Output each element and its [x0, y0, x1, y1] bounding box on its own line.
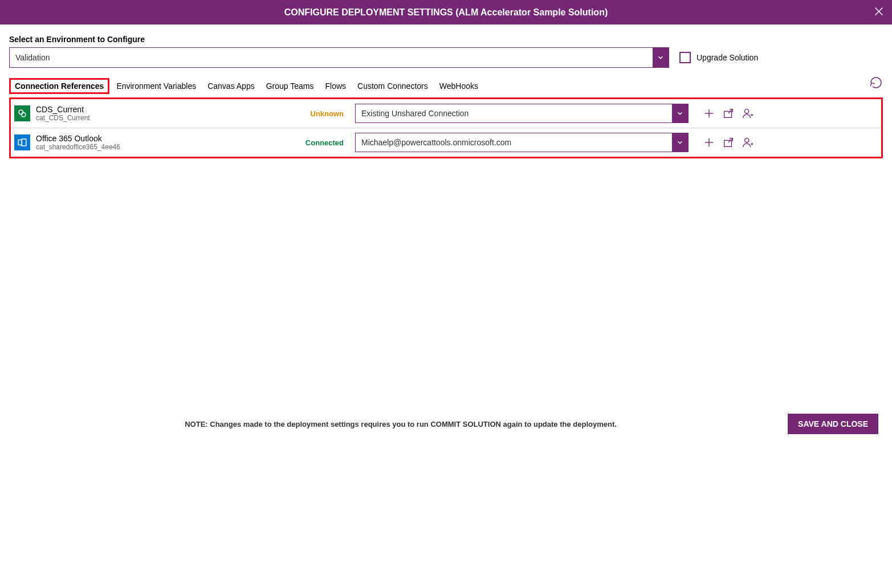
open-external-icon[interactable] — [722, 136, 735, 149]
connection-actions — [702, 136, 755, 149]
add-icon[interactable] — [702, 107, 716, 120]
tab-webhooks[interactable]: WebHooks — [435, 79, 483, 93]
chevron-down-icon[interactable] — [672, 133, 688, 152]
header-title: CONFIGURE DEPLOYMENT SETTINGS (ALM Accel… — [284, 7, 608, 18]
save-and-close-button[interactable]: SAVE AND CLOSE — [788, 414, 878, 434]
connection-status: Unknown — [287, 109, 349, 118]
svg-rect-12 — [22, 139, 26, 146]
connection-name: Office 365 Outlook — [36, 134, 281, 143]
environment-select-value: Validation — [10, 48, 653, 67]
svg-point-2 — [19, 110, 23, 115]
close-icon[interactable] — [873, 5, 885, 20]
tab-group-teams[interactable]: Group Teams — [262, 79, 319, 93]
connection-info: Office 365 Outlook cat_sharedoffice365_4… — [36, 134, 281, 151]
environment-select[interactable]: Validation — [9, 47, 669, 68]
add-user-icon[interactable] — [741, 107, 755, 120]
connection-actions — [702, 107, 755, 120]
connection-select-value: Michaelp@powercattools.onmicrosoft.com — [356, 133, 672, 152]
checkbox-icon — [679, 52, 691, 63]
footer-note: NOTE: Changes made to the deployment set… — [14, 420, 788, 428]
connection-name: CDS_Current — [36, 105, 281, 114]
connection-select-value: Existing Unshared Connection — [356, 104, 672, 122]
svg-rect-15 — [724, 140, 732, 146]
cds-icon — [14, 105, 30, 121]
environment-row: Validation Upgrade Solution — [9, 47, 883, 68]
svg-point-17 — [745, 138, 749, 142]
add-user-icon[interactable] — [741, 136, 755, 149]
outlook-icon — [14, 134, 30, 150]
tab-flows[interactable]: Flows — [320, 79, 351, 93]
svg-point-3 — [22, 113, 26, 117]
connection-row: CDS_Current cat_CDS_Current Unknown Exis… — [11, 99, 881, 128]
chevron-down-icon[interactable] — [653, 48, 669, 67]
svg-rect-11 — [18, 140, 22, 145]
tabs-row: Connection References Environment Variab… — [9, 78, 883, 94]
tab-custom-connectors[interactable]: Custom Connectors — [353, 79, 433, 93]
add-icon[interactable] — [702, 136, 716, 149]
svg-rect-6 — [724, 111, 732, 117]
open-external-icon[interactable] — [722, 107, 735, 120]
header-bar: CONFIGURE DEPLOYMENT SETTINGS (ALM Accel… — [0, 0, 892, 24]
refresh-icon[interactable] — [869, 76, 883, 92]
tab-environment-variables[interactable]: Environment Variables — [112, 79, 201, 93]
connection-select[interactable]: Michaelp@powercattools.onmicrosoft.com — [355, 133, 689, 152]
connection-subname: cat_sharedoffice365_4ee46 — [36, 143, 281, 151]
tab-connection-references[interactable]: Connection References — [9, 78, 109, 94]
svg-point-8 — [745, 109, 749, 113]
upgrade-solution-label: Upgrade Solution — [697, 53, 758, 62]
footer: NOTE: Changes made to the deployment set… — [0, 414, 892, 434]
upgrade-solution-checkbox[interactable]: Upgrade Solution — [679, 52, 758, 63]
connection-select[interactable]: Existing Unshared Connection — [355, 104, 689, 123]
environment-label: Select an Environment to Configure — [9, 35, 883, 44]
connections-container: CDS_Current cat_CDS_Current Unknown Exis… — [9, 97, 883, 158]
connection-info: CDS_Current cat_CDS_Current — [36, 105, 281, 122]
content-area: Select an Environment to Configure Valid… — [0, 24, 892, 158]
connection-status: Connected — [287, 138, 349, 147]
chevron-down-icon[interactable] — [672, 104, 688, 122]
connection-subname: cat_CDS_Current — [36, 114, 281, 122]
tab-canvas-apps[interactable]: Canvas Apps — [203, 79, 259, 93]
connection-row: Office 365 Outlook cat_sharedoffice365_4… — [11, 128, 881, 157]
